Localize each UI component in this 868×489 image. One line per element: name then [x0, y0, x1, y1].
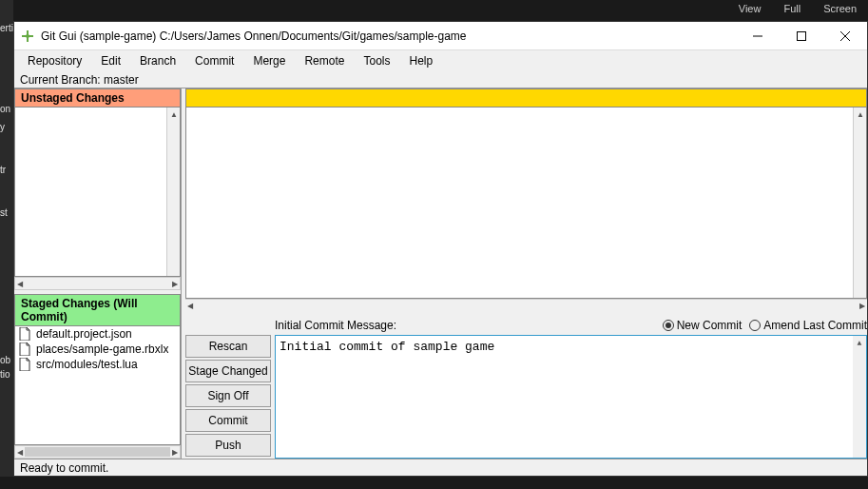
git-gui-window: Git Gui (sample-game) C:/Users/James Onn…: [13, 21, 868, 477]
minimize-button[interactable]: [736, 22, 780, 49]
commit-message-text: Initial commit of sample game: [280, 340, 494, 354]
menu-tools[interactable]: Tools: [354, 51, 399, 70]
menu-commit[interactable]: Commit: [185, 51, 243, 70]
menu-repository[interactable]: Repository: [18, 51, 91, 70]
branch-bar: Current Branch: master: [14, 71, 867, 88]
scrollbar-vertical[interactable]: ▲: [853, 108, 866, 298]
diff-view[interactable]: ▲: [185, 108, 867, 299]
file-name: src/modules/test.lua: [36, 358, 138, 371]
bg-menu-view: View: [727, 0, 773, 21]
right-column: ▲ ◀▶ Rescan Stage Changed Sign Off Commi…: [182, 88, 867, 459]
scroll-right-icon[interactable]: ▶: [172, 280, 178, 288]
stage-changed-button[interactable]: Stage Changed: [185, 360, 271, 382]
scroll-up-icon[interactable]: ▲: [167, 108, 181, 121]
file-name: default.project.json: [36, 327, 132, 341]
scroll-up-icon[interactable]: ▲: [854, 108, 867, 121]
close-button[interactable]: [823, 22, 867, 49]
rescan-button[interactable]: Rescan: [185, 335, 271, 358]
scroll-right-icon[interactable]: ▶: [859, 302, 865, 310]
background-bottom: [0, 477, 868, 489]
file-row[interactable]: places/sample-game.rbxlx: [15, 342, 180, 357]
amend-commit-radio[interactable]: Amend Last Commit: [749, 319, 867, 332]
background-left-panel: erties on y tr st ob tio: [0, 0, 13, 489]
sign-off-button[interactable]: Sign Off: [185, 384, 271, 407]
branch-name: master: [104, 73, 139, 87]
file-icon: [19, 358, 32, 371]
bg-text: tio: [0, 367, 13, 381]
menu-branch[interactable]: Branch: [130, 51, 185, 70]
svg-point-2: [26, 34, 29, 38]
button-column: Rescan Stage Changed Sign Off Commit Pus…: [185, 316, 271, 459]
bg-menu-full: Full: [772, 0, 812, 21]
maximize-button[interactable]: [780, 22, 823, 49]
menubar: Repository Edit Branch Commit Merge Remo…: [14, 50, 867, 71]
radio-label: New Commit: [677, 319, 743, 332]
commit-type-radio-group: New Commit Amend Last Commit: [663, 319, 867, 332]
menu-remote[interactable]: Remote: [295, 51, 354, 70]
scrollbar-horizontal[interactable]: ◀▶: [14, 445, 181, 459]
scrollbar-horizontal[interactable]: ◀▶: [14, 277, 181, 290]
menu-help[interactable]: Help: [399, 51, 442, 70]
git-gui-icon: [20, 29, 35, 44]
unstaged-list[interactable]: ▲: [14, 108, 181, 277]
bg-text: erties: [0, 21, 13, 35]
background-top-bar: View Full Screen: [0, 0, 868, 21]
bg-text: tr: [0, 163, 13, 177]
radio-unselected-icon: [749, 320, 761, 331]
file-name: places/sample-game.rbxlx: [36, 342, 168, 356]
new-commit-radio[interactable]: New Commit: [663, 319, 743, 332]
scroll-thumb[interactable]: [25, 447, 170, 457]
file-row[interactable]: default.project.json: [15, 326, 180, 342]
branch-label: Current Branch:: [20, 73, 101, 87]
left-column: Unstaged Changes ▲ ◀▶ Staged Changes (Wi…: [14, 88, 182, 459]
push-button[interactable]: Push: [185, 434, 271, 457]
bg-text: on: [0, 102, 13, 116]
menu-edit[interactable]: Edit: [91, 51, 130, 70]
file-icon: [19, 327, 32, 341]
commit-area: Rescan Stage Changed Sign Off Commit Pus…: [185, 316, 867, 459]
radio-label: Amend Last Commit: [763, 319, 867, 332]
bg-text: y: [0, 120, 13, 134]
bg-text: ob: [0, 353, 13, 367]
unstaged-header: Unstaged Changes: [14, 88, 181, 108]
menu-merge[interactable]: Merge: [243, 51, 295, 70]
bg-menu-screen: Screen: [812, 0, 868, 21]
scrollbar-vertical[interactable]: ▲: [166, 108, 180, 276]
diff-header: [185, 88, 867, 108]
commit-button[interactable]: Commit: [185, 409, 271, 432]
scroll-right-icon[interactable]: ▶: [172, 448, 178, 457]
staged-header: Staged Changes (Will Commit): [14, 294, 181, 326]
staged-list[interactable]: default.project.json places/sample-game.…: [14, 326, 181, 445]
commit-message-input[interactable]: Initial commit of sample game ▲: [275, 335, 867, 459]
scrollbar-horizontal[interactable]: ◀▶: [185, 299, 867, 312]
file-row[interactable]: src/modules/test.lua: [15, 357, 180, 372]
svg-rect-4: [798, 31, 806, 40]
window-title: Git Gui (sample-game) C:/Users/James Onn…: [41, 29, 736, 43]
scroll-up-icon[interactable]: ▲: [853, 336, 866, 349]
message-column: Initial Commit Message: New Commit Amend…: [275, 316, 867, 459]
bg-text: st: [0, 205, 13, 220]
radio-selected-icon: [663, 320, 674, 331]
scrollbar-vertical[interactable]: ▲: [853, 336, 866, 458]
file-icon: [19, 342, 32, 356]
scroll-left-icon[interactable]: ◀: [17, 280, 23, 288]
scroll-left-icon[interactable]: ◀: [17, 448, 23, 457]
scroll-left-icon[interactable]: ◀: [187, 302, 193, 310]
titlebar: Git Gui (sample-game) C:/Users/James Onn…: [14, 22, 867, 50]
commit-message-label: Initial Commit Message:: [275, 319, 396, 332]
status-bar: Ready to commit.: [14, 459, 867, 476]
